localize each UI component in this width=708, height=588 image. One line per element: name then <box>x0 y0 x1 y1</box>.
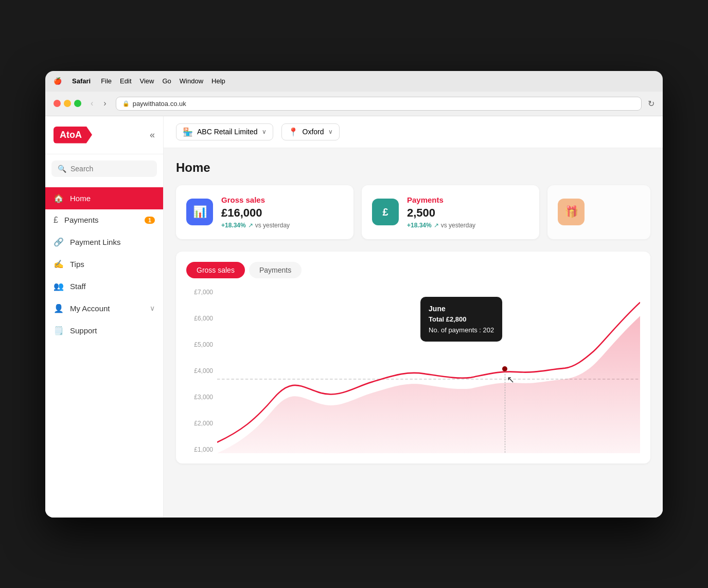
forward-button[interactable]: › <box>100 98 109 109</box>
back-button[interactable]: ‹ <box>87 98 96 109</box>
pound-icon: £ <box>382 206 388 218</box>
apple-icon: 🍎 <box>54 77 62 85</box>
collapse-button[interactable]: « <box>150 130 155 140</box>
payments-icon: £ <box>54 216 58 225</box>
chart-svg-area: June Total £2,800 No. of payments : 202 … <box>217 289 640 453</box>
location-icon: 📍 <box>288 127 298 137</box>
search-input[interactable] <box>70 165 151 173</box>
close-button[interactable] <box>54 100 61 107</box>
sidebar-item-home-label: Home <box>70 194 91 203</box>
sidebar: AtoA « 🔍 🏠 Home £ Payments 1 🔗 <box>45 116 164 518</box>
y-label-2000: £2,000 <box>186 420 217 427</box>
stat-label-payments: Payments <box>407 195 529 204</box>
y-label-4000: £4,000 <box>186 367 217 375</box>
support-icon: 🗒️ <box>54 326 64 335</box>
stat-icon-payments: £ <box>372 199 399 225</box>
sidebar-item-payments[interactable]: £ Payments 1 <box>45 209 163 231</box>
sidebar-item-support-label: Support <box>70 326 97 335</box>
stat-details-payments: Payments 2,500 +18.34% ↗ vs yesterday <box>407 195 529 229</box>
sidebar-item-my-account[interactable]: 👤 My Account ∨ <box>45 297 163 319</box>
tooltip-vertical-line <box>505 369 505 453</box>
y-label-5000: £5,000 <box>186 341 217 348</box>
page-title: Home <box>176 161 650 175</box>
address-bar[interactable]: 🔒 paywithatoa.co.uk <box>116 97 642 111</box>
company-chevron-icon: ∨ <box>262 128 267 135</box>
my-account-chevron-icon: ∨ <box>150 304 155 312</box>
maximize-button[interactable] <box>74 100 81 107</box>
sidebar-item-support[interactable]: 🗒️ Support <box>45 319 163 342</box>
stat-label-gross-sales: Gross sales <box>221 195 343 204</box>
lock-icon: 🔒 <box>122 100 130 107</box>
staff-icon: 👥 <box>54 281 64 291</box>
stat-change-payments: +18.34% ↗ vs yesterday <box>407 222 529 229</box>
minimize-button[interactable] <box>64 100 71 107</box>
gift-icon: 🎁 <box>564 205 578 219</box>
my-account-icon: 👤 <box>54 304 64 313</box>
browser-chrome: ‹ › 🔒 paywithatoa.co.uk ↻ <box>45 92 663 116</box>
menu-items: File Edit View Go Window Help <box>101 77 225 85</box>
menu-go[interactable]: Go <box>162 77 171 85</box>
chart-tabs: Gross sales Payments <box>186 262 640 278</box>
sidebar-item-staff-label: Staff <box>70 282 86 291</box>
atoa-logo: AtoA <box>54 127 92 144</box>
stats-row: 📊 Gross sales £16,000 +18.34% ↗ vs yeste… <box>176 185 650 239</box>
sidebar-item-payment-links[interactable]: 🔗 Payment Links <box>45 231 163 253</box>
chart-tab-gross-sales[interactable]: Gross sales <box>186 262 245 278</box>
menu-edit[interactable]: Edit <box>120 77 131 85</box>
sidebar-item-tips[interactable]: ✍️ Tips <box>45 253 163 275</box>
location-selector[interactable]: 📍 Oxford ∨ <box>281 123 340 140</box>
stat-change-gross-sales: +18.34% ↗ vs yesterday <box>221 222 343 229</box>
sidebar-item-home[interactable]: 🏠 Home <box>45 187 163 209</box>
sidebar-item-my-account-label: My Account <box>70 304 110 313</box>
app-container: AtoA « 🔍 🏠 Home £ Payments 1 🔗 <box>45 116 663 518</box>
stat-change-pct-gross-sales: +18.34% <box>221 222 246 229</box>
company-name: ABC Retail Limited <box>197 128 258 136</box>
y-label-6000: £6,000 <box>186 315 217 322</box>
stat-change-label-gross-sales: vs yesterday <box>255 222 290 229</box>
search-icon: 🔍 <box>58 165 66 173</box>
sidebar-header: AtoA « <box>45 116 163 154</box>
stat-change-label-payments: vs yesterday <box>441 222 475 229</box>
search-box[interactable]: 🔍 <box>51 161 157 177</box>
laptop-frame: 🍎 Safari File Edit View Go Window Help ‹… <box>45 71 663 518</box>
arrow-up-payments-icon: ↗ <box>434 222 439 229</box>
location-name: Oxford <box>303 128 324 136</box>
cursor-icon: ↖ <box>507 374 515 385</box>
tooltip-dot <box>502 366 507 371</box>
safari-label: Safari <box>72 77 91 85</box>
stat-value-gross-sales: £16,000 <box>221 206 343 220</box>
stat-icon-tips: 🎁 <box>558 199 585 225</box>
stat-card-tips: 🎁 <box>547 185 650 239</box>
y-label-1000: £1,000 <box>186 446 217 453</box>
payment-links-icon: 🔗 <box>54 237 64 247</box>
menu-file[interactable]: File <box>101 77 112 85</box>
home-icon: 🏠 <box>54 193 64 203</box>
chart-section: Gross sales Payments £7,000 £6,000 £5,00… <box>176 252 650 464</box>
sidebar-item-staff[interactable]: 👥 Staff <box>45 275 163 297</box>
url-text: paywithatoa.co.uk <box>133 100 186 108</box>
stat-value-payments: 2,500 <box>407 206 529 220</box>
location-chevron-icon: ∨ <box>328 128 333 135</box>
sidebar-item-tips-label: Tips <box>70 260 84 269</box>
nav-items: 🏠 Home £ Payments 1 🔗 Payment Links ✍️ T… <box>45 183 163 518</box>
tips-icon: ✍️ <box>54 259 64 269</box>
menu-help[interactable]: Help <box>211 77 225 85</box>
payments-badge: 1 <box>145 217 155 224</box>
stat-icon-gross-sales: 📊 <box>186 199 213 225</box>
company-selector[interactable]: 🏪 ABC Retail Limited ∨ <box>176 123 273 140</box>
menu-view[interactable]: View <box>140 77 154 85</box>
chart-tab-payments[interactable]: Payments <box>249 262 302 278</box>
menu-window[interactable]: Window <box>180 77 203 85</box>
chart-svg <box>217 289 640 453</box>
chart-bar-icon: 📊 <box>193 205 207 219</box>
mac-menubar: 🍎 Safari File Edit View Go Window Help <box>45 71 663 92</box>
sidebar-item-payments-label: Payments <box>64 216 99 224</box>
stat-card-payments: £ Payments 2,500 +18.34% ↗ vs yesterday <box>362 185 539 239</box>
refresh-button[interactable]: ↻ <box>648 99 654 109</box>
y-label-7000: £7,000 <box>186 289 217 296</box>
page-area: Home 📊 Gross sales £16,000 +18.34% <box>164 148 663 518</box>
stat-card-gross-sales: 📊 Gross sales £16,000 +18.34% ↗ vs yeste… <box>176 185 353 239</box>
company-icon: 🏪 <box>183 127 193 137</box>
traffic-lights <box>54 100 81 107</box>
topbar: 🏪 ABC Retail Limited ∨ 📍 Oxford ∨ <box>164 116 663 148</box>
